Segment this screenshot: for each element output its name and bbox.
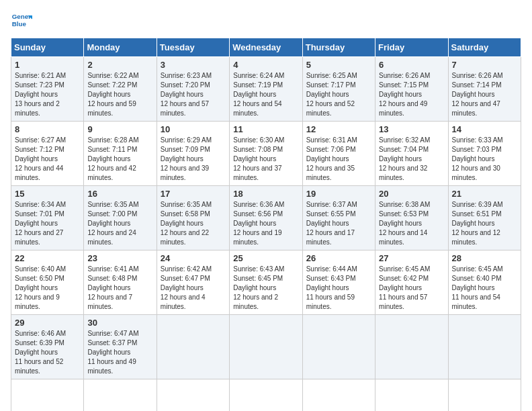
- day-info: Sunrise: 6:47 AM Sunset: 6:37 PM Dayligh…: [87, 329, 152, 376]
- day-info: Sunrise: 6:45 AM Sunset: 6:40 PM Dayligh…: [452, 265, 517, 312]
- day-info: Sunrise: 6:35 AM Sunset: 6:58 PM Dayligh…: [161, 200, 226, 247]
- day-number: 9: [87, 124, 152, 134]
- calendar-cell: 5 Sunrise: 6:25 AM Sunset: 7:17 PM Dayli…: [302, 57, 375, 122]
- day-info: Sunrise: 6:22 AM Sunset: 7:22 PM Dayligh…: [87, 71, 152, 118]
- day-number: 11: [233, 124, 298, 134]
- header-day-friday: Friday: [375, 38, 448, 57]
- calendar-row: 1 Sunrise: 6:21 AM Sunset: 7:23 PM Dayli…: [11, 57, 521, 122]
- day-number: 27: [379, 253, 444, 263]
- day-number: 2: [87, 60, 152, 70]
- calendar-cell: 14 Sunrise: 6:33 AM Sunset: 7:03 PM Dayl…: [448, 122, 521, 186]
- day-info: Sunrise: 6:39 AM Sunset: 6:51 PM Dayligh…: [452, 200, 517, 247]
- calendar-cell: 4 Sunrise: 6:24 AM Sunset: 7:19 PM Dayli…: [230, 57, 302, 122]
- calendar-row: 29 Sunrise: 6:46 AM Sunset: 6:39 PM Dayl…: [11, 315, 521, 379]
- calendar-cell: 17 Sunrise: 6:35 AM Sunset: 6:58 PM Dayl…: [157, 186, 229, 250]
- logo: General Blue: [11, 11, 36, 32]
- calendar-cell: [302, 315, 375, 379]
- calendar-cell: 12 Sunrise: 6:31 AM Sunset: 7:06 PM Dayl…: [302, 122, 375, 186]
- day-info: Sunrise: 6:34 AM Sunset: 7:01 PM Dayligh…: [15, 200, 80, 247]
- day-info: Sunrise: 6:25 AM Sunset: 7:17 PM Dayligh…: [306, 71, 371, 118]
- calendar-cell: 10 Sunrise: 6:29 AM Sunset: 7:09 PM Dayl…: [157, 122, 229, 186]
- day-number: 26: [306, 253, 371, 263]
- day-info: Sunrise: 6:40 AM Sunset: 6:50 PM Dayligh…: [15, 265, 80, 312]
- header-day-sunday: Sunday: [11, 38, 84, 57]
- day-number: 23: [87, 253, 152, 263]
- calendar-cell: 28 Sunrise: 6:45 AM Sunset: 6:40 PM Dayl…: [448, 250, 521, 315]
- day-number: 29: [15, 318, 80, 328]
- day-number: 20: [379, 189, 444, 199]
- day-number: 19: [306, 189, 371, 199]
- day-number: 30: [87, 318, 152, 328]
- calendar-cell: 23 Sunrise: 6:41 AM Sunset: 6:48 PM Dayl…: [84, 250, 157, 315]
- calendar-cell: 7 Sunrise: 6:26 AM Sunset: 7:14 PM Dayli…: [448, 57, 521, 122]
- day-info: Sunrise: 6:42 AM Sunset: 6:47 PM Dayligh…: [161, 265, 226, 312]
- day-number: 1: [15, 60, 80, 70]
- calendar-cell: 6 Sunrise: 6:26 AM Sunset: 7:15 PM Dayli…: [375, 57, 448, 122]
- day-info: Sunrise: 6:28 AM Sunset: 7:11 PM Dayligh…: [87, 136, 152, 183]
- calendar-cell: [448, 315, 521, 379]
- day-number: 18: [233, 189, 298, 199]
- day-number: 13: [379, 124, 444, 134]
- day-number: 4: [233, 60, 298, 70]
- day-number: 21: [452, 189, 517, 199]
- day-info: Sunrise: 6:27 AM Sunset: 7:12 PM Dayligh…: [15, 136, 80, 183]
- calendar-cell: [375, 315, 448, 379]
- day-info: Sunrise: 6:46 AM Sunset: 6:39 PM Dayligh…: [15, 329, 80, 376]
- calendar-cell: [230, 379, 302, 412]
- page-header: General Blue: [11, 11, 521, 32]
- day-info: Sunrise: 6:30 AM Sunset: 7:08 PM Dayligh…: [233, 136, 298, 183]
- day-info: Sunrise: 6:26 AM Sunset: 7:15 PM Dayligh…: [379, 71, 444, 118]
- svg-text:Blue: Blue: [12, 20, 27, 28]
- day-number: 5: [306, 60, 371, 70]
- calendar-cell: 24 Sunrise: 6:42 AM Sunset: 6:47 PM Dayl…: [157, 250, 229, 315]
- header-day-saturday: Saturday: [448, 38, 521, 57]
- day-info: Sunrise: 6:43 AM Sunset: 6:45 PM Dayligh…: [233, 265, 298, 312]
- day-info: Sunrise: 6:38 AM Sunset: 6:53 PM Dayligh…: [379, 200, 444, 247]
- calendar-cell: 20 Sunrise: 6:38 AM Sunset: 6:53 PM Dayl…: [375, 186, 448, 250]
- day-info: Sunrise: 6:29 AM Sunset: 7:09 PM Dayligh…: [161, 136, 226, 183]
- day-info: Sunrise: 6:26 AM Sunset: 7:14 PM Dayligh…: [452, 71, 517, 118]
- day-info: Sunrise: 6:37 AM Sunset: 6:55 PM Dayligh…: [306, 200, 371, 247]
- day-number: 10: [161, 124, 226, 134]
- day-number: 14: [452, 124, 517, 134]
- day-number: 8: [15, 124, 80, 134]
- header-day-monday: Monday: [84, 38, 157, 57]
- calendar-cell: 9 Sunrise: 6:28 AM Sunset: 7:11 PM Dayli…: [84, 122, 157, 186]
- calendar-cell: 11 Sunrise: 6:30 AM Sunset: 7:08 PM Dayl…: [230, 122, 302, 186]
- calendar-cell: 18 Sunrise: 6:36 AM Sunset: 6:56 PM Dayl…: [230, 186, 302, 250]
- day-number: 28: [452, 253, 517, 263]
- calendar-header: SundayMondayTuesdayWednesdayThursdayFrid…: [11, 38, 521, 57]
- day-info: Sunrise: 6:35 AM Sunset: 7:00 PM Dayligh…: [87, 200, 152, 247]
- calendar-cell: [448, 379, 521, 412]
- calendar-row: 8 Sunrise: 6:27 AM Sunset: 7:12 PM Dayli…: [11, 122, 521, 186]
- day-info: Sunrise: 6:31 AM Sunset: 7:06 PM Dayligh…: [306, 136, 371, 183]
- calendar-cell: 29 Sunrise: 6:46 AM Sunset: 6:39 PM Dayl…: [11, 315, 84, 379]
- header-day-wednesday: Wednesday: [230, 38, 302, 57]
- calendar-cell: 15 Sunrise: 6:34 AM Sunset: 7:01 PM Dayl…: [11, 186, 84, 250]
- calendar-cell: 30 Sunrise: 6:47 AM Sunset: 6:37 PM Dayl…: [84, 315, 157, 379]
- day-number: 22: [15, 253, 80, 263]
- day-number: 16: [87, 189, 152, 199]
- calendar-cell: [11, 379, 84, 412]
- day-number: 3: [161, 60, 226, 70]
- day-info: Sunrise: 6:45 AM Sunset: 6:42 PM Dayligh…: [379, 265, 444, 312]
- calendar-cell: [84, 379, 157, 412]
- calendar-cell: [157, 315, 229, 379]
- calendar-cell: [230, 315, 302, 379]
- calendar-cell: 22 Sunrise: 6:40 AM Sunset: 6:50 PM Dayl…: [11, 250, 84, 315]
- calendar-cell: 21 Sunrise: 6:39 AM Sunset: 6:51 PM Dayl…: [448, 186, 521, 250]
- calendar-cell: 2 Sunrise: 6:22 AM Sunset: 7:22 PM Dayli…: [84, 57, 157, 122]
- day-info: Sunrise: 6:23 AM Sunset: 7:20 PM Dayligh…: [161, 71, 226, 118]
- calendar-cell: 13 Sunrise: 6:32 AM Sunset: 7:04 PM Dayl…: [375, 122, 448, 186]
- day-info: Sunrise: 6:32 AM Sunset: 7:04 PM Dayligh…: [379, 136, 444, 183]
- calendar-body: 1 Sunrise: 6:21 AM Sunset: 7:23 PM Dayli…: [11, 57, 521, 412]
- calendar-row: 22 Sunrise: 6:40 AM Sunset: 6:50 PM Dayl…: [11, 250, 521, 315]
- day-info: Sunrise: 6:36 AM Sunset: 6:56 PM Dayligh…: [233, 200, 298, 247]
- header-day-thursday: Thursday: [302, 38, 375, 57]
- header-row: SundayMondayTuesdayWednesdayThursdayFrid…: [11, 38, 521, 57]
- calendar-cell: [157, 379, 229, 412]
- day-number: 7: [452, 60, 517, 70]
- day-number: 17: [161, 189, 226, 199]
- day-info: Sunrise: 6:44 AM Sunset: 6:43 PM Dayligh…: [306, 265, 371, 312]
- logo-icon: General Blue: [11, 11, 32, 32]
